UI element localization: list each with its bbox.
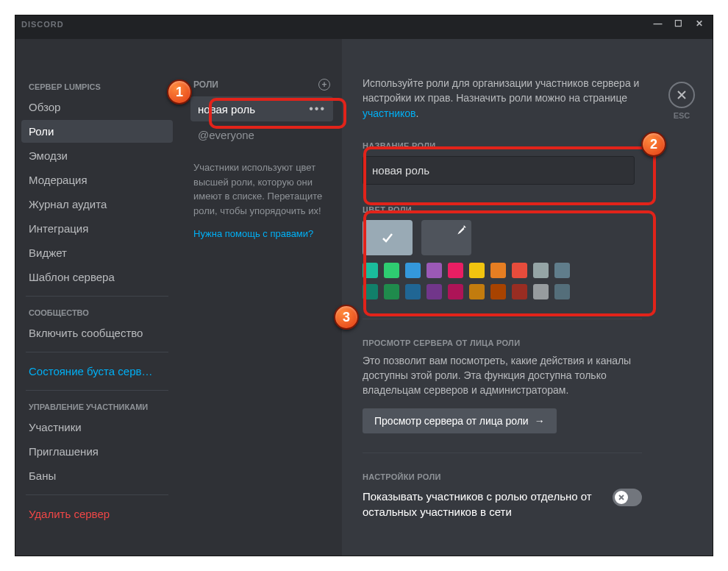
color-picker — [363, 220, 642, 299]
role-settings-header: НАСТРОЙКИ РОЛИ — [363, 472, 692, 481]
toggle-knob — [615, 491, 628, 504]
nav-members[interactable]: Участники — [21, 416, 173, 439]
color-swatch[interactable] — [512, 284, 527, 299]
nav-moderation[interactable]: Модерация — [21, 169, 173, 191]
color-swatch[interactable] — [448, 263, 463, 278]
nav-overview[interactable]: Обзор — [21, 96, 173, 118]
preview-header: ПРОСМОТР СЕРВЕРА ОТ ЛИЦА РОЛИ — [363, 338, 692, 347]
community-header: СООБЩЕСТВО — [21, 304, 173, 322]
members-header: УПРАВЛЕНИЕ УЧАСТНИКАМИ — [21, 398, 173, 416]
color-swatch[interactable] — [490, 284, 506, 299]
settings-sidebar: СЕРВЕР LUMPICS Обзор Роли Эмодзи Модерац… — [15, 39, 179, 556]
role-menu-icon[interactable]: ••• — [309, 102, 326, 116]
step-marker-2: 2 — [641, 132, 666, 157]
close-settings[interactable]: ESC — [668, 82, 695, 120]
color-swatch[interactable] — [512, 263, 527, 278]
color-swatch[interactable] — [384, 263, 399, 278]
color-swatch[interactable] — [448, 284, 463, 299]
role-color-label: ЦВЕТ РОЛИ — [363, 205, 692, 214]
intro-text: Используйте роли для организации участни… — [363, 76, 649, 121]
nav-widget[interactable]: Виджет — [21, 241, 173, 264]
add-role-button[interactable]: + — [318, 79, 330, 91]
nav-delete-server[interactable]: Удалить сервер — [21, 503, 173, 525]
roles-help-text: Участники используют цвет высшей роли, к… — [190, 147, 333, 225]
eyedropper-icon — [457, 224, 467, 235]
color-swatch[interactable] — [363, 263, 378, 278]
members-link[interactable]: участников — [363, 107, 416, 119]
arrow-right-icon: → — [535, 415, 545, 427]
color-swatch[interactable] — [427, 284, 442, 299]
role-item-selected[interactable]: новая роль ••• — [190, 96, 333, 121]
color-swatch[interactable] — [405, 263, 421, 278]
setting-hoist-label: Показывать участников с ролью отдельно о… — [363, 489, 613, 519]
color-swatch[interactable] — [554, 263, 570, 278]
window-minimize[interactable]: — — [648, 15, 668, 32]
step-marker-1: 1 — [167, 79, 192, 104]
role-editor: ESC Используйте роли для организации уча… — [342, 39, 713, 556]
preview-desc: Это позволит вам посмотреть, какие дейст… — [363, 353, 642, 398]
nav-integrations[interactable]: Интеграция — [21, 217, 173, 240]
role-name-input[interactable] — [363, 156, 635, 185]
step-marker-3: 3 — [334, 305, 359, 330]
roles-list-column: РОЛИ + новая роль ••• @everyone Участник… — [179, 39, 342, 556]
color-swatch[interactable] — [363, 284, 378, 299]
color-swatch[interactable] — [533, 284, 549, 299]
close-icon — [668, 82, 695, 108]
color-swatch[interactable] — [490, 263, 506, 278]
nav-emoji[interactable]: Эмодзи — [21, 144, 173, 167]
color-swatch[interactable] — [469, 284, 485, 299]
view-as-role-button[interactable]: Просмотр сервера от лица роли → — [363, 408, 557, 433]
nav-boost-status[interactable]: Состояние буста серв… — [21, 360, 173, 383]
nav-template[interactable]: Шаблон сервера — [21, 266, 173, 288]
color-custom[interactable] — [421, 220, 471, 255]
color-swatch[interactable] — [384, 284, 399, 299]
nav-bans[interactable]: Баны — [21, 464, 173, 487]
color-swatches — [363, 263, 583, 299]
color-swatch[interactable] — [469, 263, 485, 278]
nav-invites[interactable]: Приглашения — [21, 440, 173, 463]
color-default[interactable] — [363, 220, 413, 255]
nav-roles[interactable]: Роли — [21, 120, 173, 143]
nav-enable-community[interactable]: Включить сообщество — [21, 322, 173, 344]
role-everyone[interactable]: @everyone — [190, 123, 333, 147]
color-swatch[interactable] — [405, 284, 421, 299]
setting-hoist-toggle[interactable] — [613, 489, 642, 506]
roles-help-link[interactable]: Нужна помощь с правами? — [190, 225, 333, 242]
color-swatch[interactable] — [427, 263, 442, 278]
window-maximize[interactable]: ☐ — [668, 15, 689, 32]
roles-header: РОЛИ — [193, 79, 218, 90]
app-brand: DISCORD — [21, 20, 64, 29]
role-name: новая роль — [198, 103, 255, 116]
window-close[interactable]: ✕ — [689, 15, 710, 32]
nav-audit-log[interactable]: Журнал аудита — [21, 193, 173, 216]
color-swatch[interactable] — [533, 263, 549, 278]
server-header: СЕРВЕР LUMPICS — [21, 78, 173, 96]
color-swatch[interactable] — [554, 284, 570, 299]
